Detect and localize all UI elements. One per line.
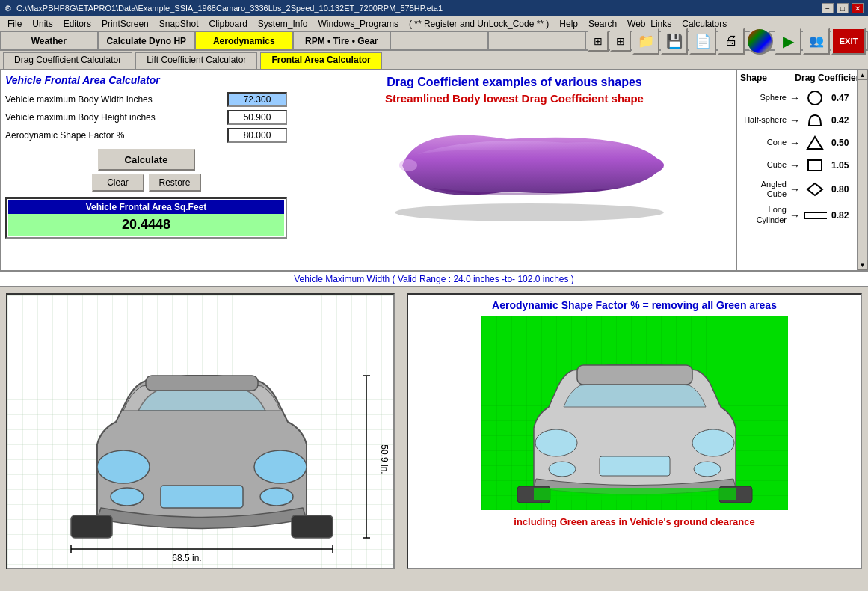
subtab-lift[interactable]: Lift Coefficient Calculator	[135, 52, 257, 69]
shape-cylinder-row: Long Cylinder → 0.82	[740, 205, 864, 224]
sf-title: Aerodynamic Shape Factor % = removing al…	[492, 299, 777, 311]
drag-title1: Drag Coefficient examples of various sha…	[387, 76, 641, 89]
left-panel: Vehicle Frontal Area Calculator Vehicle …	[1, 70, 292, 270]
subtab-frontal[interactable]: Frontal Area Calculator	[260, 52, 381, 69]
svg-rect-5	[808, 160, 822, 171]
cube-coef: 1.05	[831, 160, 849, 171]
menu-sysinfo[interactable]: System_Info	[253, 18, 313, 30]
titlebar: ⚙ C:\MaxPBHP8G\ETAPRO1\Data\Example_SSIA…	[0, 0, 868, 16]
height-input[interactable]	[227, 110, 287, 125]
menu-help[interactable]: Help	[555, 18, 582, 30]
tab-rpm-tire-gear[interactable]: RPM • Tire • Gear	[293, 31, 391, 50]
panel-title: Vehicle Frontal Area Calculator	[5, 74, 287, 86]
cylinder-arrow: →	[789, 209, 800, 221]
result-value: 20.4448	[8, 214, 284, 236]
streamline-svg	[357, 109, 671, 221]
toolbar-grid[interactable]: ⊞	[588, 31, 609, 52]
drag-col-header: Drag Coefficient	[795, 73, 864, 83]
svg-marker-6	[807, 183, 822, 195]
menu-file[interactable]: File	[3, 18, 26, 30]
maximize-button[interactable]: □	[837, 3, 849, 13]
svg-rect-36	[534, 488, 736, 500]
shape-factor-panel: Aerodynamic Shape Factor % = removing al…	[407, 293, 862, 569]
small-buttons: Clear Restore	[5, 174, 287, 192]
toolbar-color[interactable]	[746, 28, 773, 55]
shape-sphere-row: Sphere → 0.47	[740, 90, 864, 106]
halfsphere-icon	[803, 112, 827, 129]
sphere-arrow: →	[789, 92, 800, 104]
cube-label: Cube	[740, 160, 787, 170]
svg-rect-13	[161, 486, 243, 508]
cone-icon	[803, 135, 827, 151]
menu-snapshot[interactable]: SnapShot	[155, 18, 203, 30]
calculate-button[interactable]: Calculate	[98, 149, 195, 171]
tab-weather[interactable]: Weather	[0, 31, 98, 50]
statusbar: Vehicle Maximum Width ( Valid Range : 24…	[0, 271, 868, 287]
tab-blank1	[390, 31, 488, 50]
toolbar-print[interactable]: 🖨	[718, 28, 745, 55]
cube-icon	[803, 157, 827, 174]
shape-factor-input[interactable]	[227, 128, 287, 143]
svg-point-30	[692, 429, 734, 456]
close-button[interactable]: ✕	[852, 3, 864, 13]
svg-marker-4	[807, 137, 822, 149]
minimize-button[interactable]: −	[822, 3, 834, 13]
green-grid-svg	[481, 316, 788, 510]
angledcube-label: Angled Cube	[740, 180, 787, 199]
svg-rect-10	[146, 376, 258, 391]
width-input[interactable]	[227, 92, 287, 107]
result-title: Vehicle Frontal Area Sq.Feet	[8, 200, 284, 214]
menu-register[interactable]: ( ** Register and UnLock_Code ** )	[404, 18, 553, 30]
app-icon: ⚙	[4, 4, 12, 13]
toolbar-exit[interactable]: EXIT	[831, 28, 866, 55]
car-diagram: 68.5 in. 50.9 in.	[6, 293, 395, 569]
toolbar-folder[interactable]: 📁	[632, 28, 659, 55]
tab-dynohp[interactable]: Calculate Dyno HP	[98, 31, 196, 50]
halfsphere-label: Half-sphere	[740, 115, 787, 125]
svg-point-0	[395, 203, 664, 221]
menu-editors[interactable]: Editors	[59, 18, 96, 30]
clear-button[interactable]: Clear	[92, 174, 144, 192]
angledcube-arrow: →	[789, 183, 800, 195]
shape-cube-row: Cube → 1.05	[740, 157, 864, 174]
menu-winprograms[interactable]: Windows_Programs	[314, 18, 403, 30]
tab-aerodynamics[interactable]: Aerodynamics	[195, 31, 293, 50]
green-grid	[481, 316, 788, 510]
cone-arrow: →	[789, 137, 800, 149]
toolbar-users[interactable]: 👥	[803, 28, 830, 55]
scroll-down[interactable]: ▼	[858, 260, 868, 270]
title-left: ⚙ C:\MaxPBHP8G\ETAPRO1\Data\Example_SSIA…	[4, 4, 443, 13]
svg-point-33	[694, 462, 721, 477]
center-panel: Drag Coefficient examples of various sha…	[292, 70, 736, 270]
toolbar-grid2[interactable]: ⊞	[610, 31, 631, 52]
restore-button[interactable]: Restore	[149, 174, 201, 192]
svg-rect-28	[577, 365, 692, 385]
result-box: Vehicle Frontal Area Sq.Feet 20.4448	[5, 197, 287, 239]
menu-printscreen[interactable]: PrintScreen	[97, 18, 153, 30]
cylinder-label: Long Cylinder	[740, 205, 787, 224]
cone-label: Cone	[740, 138, 787, 147]
width-label: Vehicle maximum Body Width inches	[5, 94, 227, 105]
toolbar-doc[interactable]: 📄	[689, 28, 716, 55]
toolbar-area: ⊞ ⊞ 📁 💾 📄 🖨 ▶ 👥 EXIT	[585, 31, 868, 50]
toolbar-save[interactable]: 💾	[661, 28, 688, 55]
menu-search[interactable]: Search	[584, 18, 621, 30]
width-row: Vehicle maximum Body Width inches	[5, 92, 287, 107]
shape-col-header: Shape	[740, 73, 767, 83]
tab-blank2	[488, 31, 586, 50]
subtab-drag[interactable]: Drag Coefficient Calculator	[3, 52, 132, 69]
menu-clipboard[interactable]: Clipboard	[204, 18, 251, 30]
halfsphere-coef: 0.42	[831, 115, 849, 126]
sf-subtitle: including Green areas in Vehicle's groun…	[514, 516, 754, 527]
streamline-area	[357, 109, 671, 221]
toolbar-play[interactable]: ▶	[775, 28, 801, 55]
cone-coef: 0.50	[831, 138, 849, 148]
svg-point-12	[254, 450, 307, 483]
menu-units[interactable]: Units	[28, 18, 57, 30]
shape-halfsphere-row: Half-sphere → 0.42	[740, 112, 864, 129]
svg-text:68.5 in.: 68.5 in.	[172, 553, 201, 563]
scroll-up[interactable]: ▲	[858, 70, 868, 80]
right-scrollbar: ▲ ▼	[857, 70, 867, 270]
sphere-coef: 0.47	[831, 93, 849, 103]
svg-point-1	[399, 159, 417, 171]
